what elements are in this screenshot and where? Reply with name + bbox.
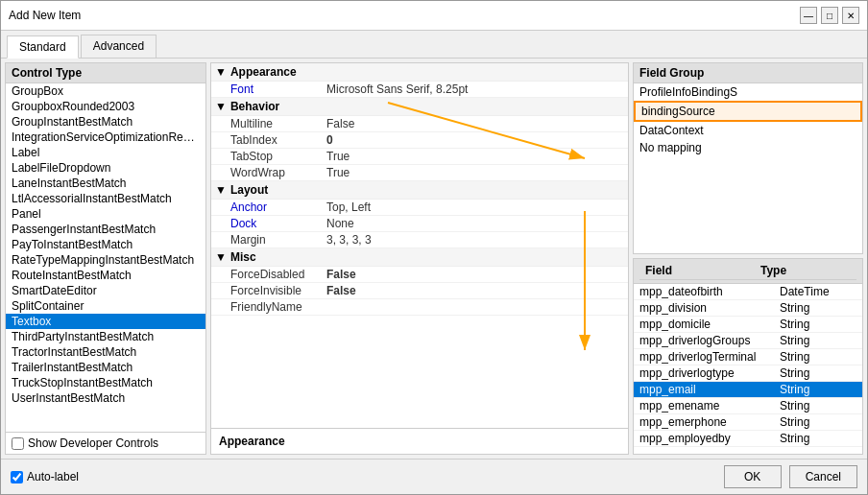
tab-advanced[interactable]: Advanced <box>81 35 157 58</box>
field-name: mpp_driverlogtype <box>639 366 780 380</box>
list-item[interactable]: PassengerInstantBestMatch <box>6 222 205 237</box>
field-row[interactable]: mpp_dateofbirth DateTime <box>634 284 862 300</box>
field-name: mpp_email <box>639 383 780 396</box>
list-item-textbox[interactable]: Textbox <box>6 314 205 329</box>
field-type: String <box>780 432 856 445</box>
list-item[interactable]: ThirdPartyInstantBestMatch <box>6 329 205 344</box>
list-item[interactable]: Panel <box>6 206 205 222</box>
field-group-panel: Field Group ProfileInfoBindingS bindingS… <box>633 62 863 254</box>
list-item[interactable]: GroupInstantBestMatch <box>6 114 205 130</box>
prop-val-font: Microsoft Sans Serif, 8.25pt <box>326 82 624 96</box>
list-item[interactable]: LaneInstantBestMatch <box>6 176 205 191</box>
collapse-icon: ▼ <box>215 250 227 264</box>
autolabel-label: Auto-label <box>27 470 79 483</box>
field-type: String <box>780 318 856 331</box>
list-item[interactable]: PayToInstantBestMatch <box>6 237 205 252</box>
field-row[interactable]: mpp_domicile String <box>634 317 862 333</box>
prop-wordwrap: WordWrap True <box>211 165 628 181</box>
list-item[interactable]: TrailerInstantBestMatch <box>6 360 205 375</box>
collapse-icon: ▼ <box>215 100 227 113</box>
field-name: mpp_driverlogGroups <box>639 334 780 347</box>
list-item[interactable]: RateTypeMappingInstantBestMatch <box>6 252 205 268</box>
control-type-panel: Control Type GroupBox GroupboxRounded200… <box>5 62 206 455</box>
dialog-title: Add New Item <box>9 9 81 22</box>
control-type-list[interactable]: GroupBox GroupboxRounded2003 GroupInstan… <box>6 83 205 432</box>
autolabel-checkbox[interactable] <box>11 471 23 483</box>
field-row[interactable]: mpp_driverlogTerminal String <box>634 349 862 365</box>
prop-font: Font Microsoft Sans Serif, 8.25pt <box>211 82 628 98</box>
field-row[interactable]: mpp_employedby String <box>634 431 862 447</box>
fields-panel: Field Type mpp_dateofbirth DateTime mpp_… <box>633 258 863 455</box>
prop-name-forcedisabled: ForceDisabled <box>230 268 326 281</box>
right-panel: Field Group ProfileInfoBindingS bindingS… <box>633 62 863 455</box>
section-behavior[interactable]: ▼ Behavior <box>211 98 628 116</box>
list-item[interactable]: RouteInstantBestMatch <box>6 268 205 283</box>
title-bar: Add New Item — □ ✕ <box>1 1 867 31</box>
section-layout[interactable]: ▼ Layout <box>211 181 628 200</box>
prop-friendlyname: FriendlyName <box>211 299 628 316</box>
prop-name-margin: Margin <box>230 233 326 247</box>
field-type: String <box>780 334 856 347</box>
prop-name-anchor: Anchor <box>230 200 326 214</box>
field-row[interactable]: mpp_driverlogtype String <box>634 365 862 382</box>
section-label: Appearance <box>230 65 297 79</box>
section-label: Behavior <box>230 100 279 113</box>
cancel-button[interactable]: Cancel <box>789 465 857 488</box>
field-row-email[interactable]: mpp_email String <box>634 382 862 398</box>
list-item[interactable]: GroupBox <box>6 83 205 99</box>
section-label: Misc <box>230 250 256 264</box>
ok-button[interactable]: OK <box>724 465 782 488</box>
title-bar-buttons: — □ ✕ <box>800 7 859 24</box>
show-dev-label: Show Developer Controls <box>28 436 158 450</box>
properties-area: ▼ Appearance Font Microsoft Sans Serif, … <box>211 63 628 428</box>
field-type: String <box>780 301 856 315</box>
field-type: DateTime <box>780 285 856 298</box>
col-type-label: Type <box>760 264 837 277</box>
prop-name-wordwrap: WordWrap <box>230 166 326 179</box>
minimize-button[interactable]: — <box>800 7 817 24</box>
list-item[interactable]: Label <box>6 145 205 160</box>
field-row[interactable]: mpp_driverlogGroups String <box>634 333 862 349</box>
control-type-header: Control Type <box>6 63 205 83</box>
field-row[interactable]: mpp_division String <box>634 300 862 317</box>
section-misc[interactable]: ▼ Misc <box>211 248 628 267</box>
tab-standard[interactable]: Standard <box>7 35 79 59</box>
maximize-button[interactable]: □ <box>821 7 838 24</box>
prop-val-dock: None <box>326 217 624 230</box>
list-item[interactable]: IntegrationServiceOptimizationRequ... <box>6 130 205 145</box>
fg-item-datacontext[interactable]: DataContext <box>634 122 862 139</box>
field-name: mpp_driverlogTerminal <box>639 350 780 364</box>
list-item[interactable]: UserInstantBestMatch <box>6 390 205 406</box>
list-item[interactable]: SmartDateEditor <box>6 283 205 298</box>
list-item[interactable]: TractorInstantBestMatch <box>6 344 205 360</box>
prop-multiline: Multiline False <box>211 116 628 132</box>
prop-val-tabindex: 0 <box>326 133 624 147</box>
list-item[interactable]: LabelFileDropdown <box>6 160 205 176</box>
list-item[interactable]: GroupboxRounded2003 <box>6 99 205 114</box>
list-item[interactable]: LtlAccessorialInstantBestMatch <box>6 191 205 206</box>
prop-val-margin: 3, 3, 3, 3 <box>326 233 624 247</box>
close-button[interactable]: ✕ <box>842 7 859 24</box>
prop-val-wordwrap: True <box>326 166 624 179</box>
fields-table[interactable]: mpp_dateofbirth DateTime mpp_division St… <box>634 284 862 454</box>
fg-item-profile[interactable]: ProfileInfoBindingS <box>634 83 862 101</box>
prop-val-anchor: Top, Left <box>326 200 624 214</box>
fg-item-binding-source[interactable]: bindingSource <box>634 101 862 122</box>
field-row[interactable]: mpp_emerphone String <box>634 414 862 431</box>
footer: Auto-label OK Cancel <box>1 459 867 494</box>
prop-forceinvisible: ForceInvisible False <box>211 283 628 299</box>
prop-dock: Dock None <box>211 216 628 232</box>
field-row[interactable]: mpp_emename String <box>634 398 862 414</box>
show-dev-checkbox[interactable] <box>12 437 24 450</box>
field-group-list[interactable]: ProfileInfoBindingS bindingSource DataCo… <box>634 83 862 253</box>
list-item[interactable]: SplitContainer <box>6 298 205 314</box>
field-type: String <box>780 415 856 429</box>
fg-item-no-mapping[interactable]: No mapping <box>634 139 862 156</box>
prop-anchor: Anchor Top, Left <box>211 200 628 216</box>
tabs-bar: Standard Advanced <box>1 31 867 59</box>
dialog: Add New Item — □ ✕ Standard Advanced Con… <box>0 0 868 495</box>
list-item[interactable]: TruckStopInstantBestMatch <box>6 375 205 390</box>
section-appearance[interactable]: ▼ Appearance <box>211 63 628 82</box>
field-type: String <box>780 399 856 412</box>
collapse-icon: ▼ <box>215 65 227 79</box>
